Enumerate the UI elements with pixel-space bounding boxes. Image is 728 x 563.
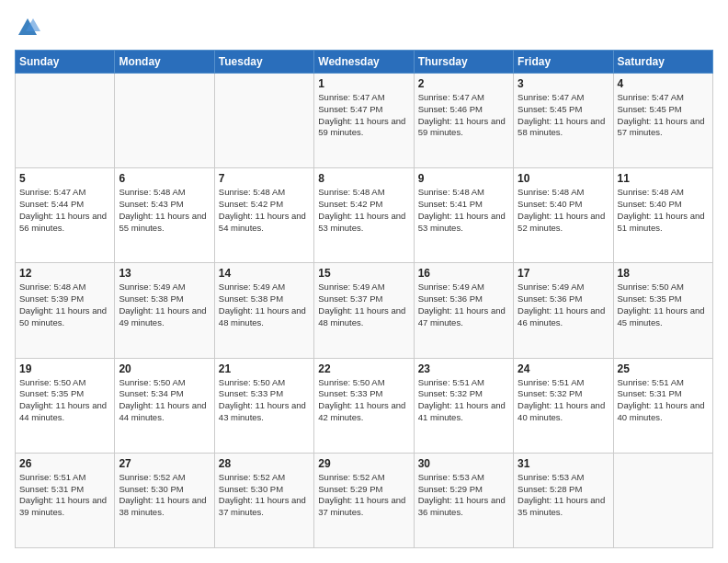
- calendar-header-sunday: Sunday: [16, 51, 115, 74]
- calendar-cell: 22Sunrise: 5:50 AM Sunset: 5:33 PM Dayli…: [314, 358, 414, 453]
- calendar-cell: 1Sunrise: 5:47 AM Sunset: 5:47 PM Daylig…: [314, 74, 414, 168]
- cell-info: Sunrise: 5:50 AM Sunset: 5:35 PM Dayligh…: [19, 377, 110, 424]
- calendar-cell: 4Sunrise: 5:47 AM Sunset: 5:45 PM Daylig…: [613, 74, 712, 168]
- calendar-header-saturday: Saturday: [613, 51, 712, 74]
- day-number: 2: [418, 77, 509, 90]
- cell-info: Sunrise: 5:48 AM Sunset: 5:41 PM Dayligh…: [418, 187, 509, 234]
- logo: [15, 15, 44, 40]
- calendar-cell: 30Sunrise: 5:53 AM Sunset: 5:29 PM Dayli…: [414, 453, 513, 547]
- header: [15, 15, 713, 40]
- day-number: 29: [318, 457, 409, 470]
- cell-info: Sunrise: 5:48 AM Sunset: 5:42 PM Dayligh…: [318, 187, 409, 234]
- day-number: 3: [518, 77, 609, 90]
- cell-info: Sunrise: 5:47 AM Sunset: 5:47 PM Dayligh…: [318, 92, 409, 139]
- calendar-cell: 12Sunrise: 5:48 AM Sunset: 5:39 PM Dayli…: [16, 263, 115, 358]
- day-number: 10: [518, 172, 609, 185]
- calendar-header-friday: Friday: [514, 51, 613, 74]
- cell-info: Sunrise: 5:49 AM Sunset: 5:37 PM Dayligh…: [318, 282, 409, 328]
- day-number: 4: [618, 77, 709, 90]
- day-number: 23: [418, 362, 509, 375]
- cell-info: Sunrise: 5:50 AM Sunset: 5:35 PM Dayligh…: [618, 282, 709, 328]
- calendar-cell: 23Sunrise: 5:51 AM Sunset: 5:32 PM Dayli…: [414, 358, 513, 453]
- cell-info: Sunrise: 5:52 AM Sunset: 5:30 PM Dayligh…: [119, 472, 210, 519]
- day-number: 6: [119, 172, 210, 185]
- calendar-cell: 28Sunrise: 5:52 AM Sunset: 5:30 PM Dayli…: [214, 453, 313, 547]
- day-number: 13: [119, 267, 210, 280]
- calendar-cell: [613, 453, 712, 547]
- cell-info: Sunrise: 5:49 AM Sunset: 5:36 PM Dayligh…: [518, 282, 609, 328]
- calendar-header-monday: Monday: [115, 51, 214, 74]
- cell-info: Sunrise: 5:50 AM Sunset: 5:33 PM Dayligh…: [318, 377, 409, 424]
- week-row-4: 19Sunrise: 5:50 AM Sunset: 5:35 PM Dayli…: [16, 358, 713, 453]
- day-number: 11: [618, 172, 709, 185]
- calendar-cell: 24Sunrise: 5:51 AM Sunset: 5:32 PM Dayli…: [514, 358, 613, 453]
- day-number: 25: [618, 362, 709, 375]
- day-number: 8: [318, 172, 409, 185]
- cell-info: Sunrise: 5:49 AM Sunset: 5:38 PM Dayligh…: [119, 282, 210, 328]
- cell-info: Sunrise: 5:49 AM Sunset: 5:38 PM Dayligh…: [219, 282, 310, 328]
- calendar-cell: 19Sunrise: 5:50 AM Sunset: 5:35 PM Dayli…: [16, 358, 115, 453]
- cell-info: Sunrise: 5:49 AM Sunset: 5:36 PM Dayligh…: [418, 282, 509, 328]
- cell-info: Sunrise: 5:48 AM Sunset: 5:40 PM Dayligh…: [518, 187, 609, 234]
- day-number: 12: [19, 267, 110, 280]
- calendar-table: SundayMondayTuesdayWednesdayThursdayFrid…: [15, 50, 713, 548]
- calendar-cell: 14Sunrise: 5:49 AM Sunset: 5:38 PM Dayli…: [214, 263, 313, 358]
- day-number: 17: [518, 267, 609, 280]
- cell-info: Sunrise: 5:53 AM Sunset: 5:28 PM Dayligh…: [518, 472, 609, 519]
- day-number: 1: [318, 77, 409, 90]
- day-number: 27: [119, 457, 210, 470]
- day-number: 15: [318, 267, 409, 280]
- calendar-header-wednesday: Wednesday: [314, 51, 414, 74]
- cell-info: Sunrise: 5:50 AM Sunset: 5:34 PM Dayligh…: [119, 377, 210, 424]
- cell-info: Sunrise: 5:52 AM Sunset: 5:29 PM Dayligh…: [318, 472, 409, 519]
- day-number: 30: [418, 457, 509, 470]
- day-number: 16: [418, 267, 509, 280]
- day-number: 26: [19, 457, 110, 470]
- cell-info: Sunrise: 5:47 AM Sunset: 5:46 PM Dayligh…: [418, 92, 509, 139]
- calendar-cell: 29Sunrise: 5:52 AM Sunset: 5:29 PM Dayli…: [314, 453, 414, 547]
- day-number: 18: [618, 267, 709, 280]
- calendar-header-tuesday: Tuesday: [214, 51, 313, 74]
- calendar-cell: 26Sunrise: 5:51 AM Sunset: 5:31 PM Dayli…: [16, 453, 115, 547]
- day-number: 28: [219, 457, 310, 470]
- calendar-cell: 21Sunrise: 5:50 AM Sunset: 5:33 PM Dayli…: [214, 358, 313, 453]
- calendar-cell: 17Sunrise: 5:49 AM Sunset: 5:36 PM Dayli…: [514, 263, 613, 358]
- calendar-header-row: SundayMondayTuesdayWednesdayThursdayFrid…: [16, 51, 713, 74]
- cell-info: Sunrise: 5:48 AM Sunset: 5:43 PM Dayligh…: [119, 187, 210, 234]
- cell-info: Sunrise: 5:51 AM Sunset: 5:32 PM Dayligh…: [518, 377, 609, 424]
- calendar-header-thursday: Thursday: [414, 51, 513, 74]
- day-number: 9: [418, 172, 509, 185]
- day-number: 21: [219, 362, 310, 375]
- week-row-3: 12Sunrise: 5:48 AM Sunset: 5:39 PM Dayli…: [16, 263, 713, 358]
- day-number: 24: [518, 362, 609, 375]
- calendar-cell: 11Sunrise: 5:48 AM Sunset: 5:40 PM Dayli…: [613, 168, 712, 263]
- calendar-cell: 2Sunrise: 5:47 AM Sunset: 5:46 PM Daylig…: [414, 74, 513, 168]
- cell-info: Sunrise: 5:47 AM Sunset: 5:45 PM Dayligh…: [518, 92, 609, 139]
- calendar-cell: 31Sunrise: 5:53 AM Sunset: 5:28 PM Dayli…: [514, 453, 613, 547]
- calendar-cell: 10Sunrise: 5:48 AM Sunset: 5:40 PM Dayli…: [514, 168, 613, 263]
- page: SundayMondayTuesdayWednesdayThursdayFrid…: [0, 0, 728, 563]
- cell-info: Sunrise: 5:53 AM Sunset: 5:29 PM Dayligh…: [418, 472, 509, 519]
- calendar-cell: 6Sunrise: 5:48 AM Sunset: 5:43 PM Daylig…: [115, 168, 214, 263]
- day-number: 31: [518, 457, 609, 470]
- calendar-cell: 13Sunrise: 5:49 AM Sunset: 5:38 PM Dayli…: [115, 263, 214, 358]
- day-number: 22: [318, 362, 409, 375]
- calendar-cell: 3Sunrise: 5:47 AM Sunset: 5:45 PM Daylig…: [514, 74, 613, 168]
- week-row-1: 1Sunrise: 5:47 AM Sunset: 5:47 PM Daylig…: [16, 74, 713, 168]
- day-number: 5: [19, 172, 110, 185]
- calendar-cell: 7Sunrise: 5:48 AM Sunset: 5:42 PM Daylig…: [214, 168, 313, 263]
- calendar-cell: 9Sunrise: 5:48 AM Sunset: 5:41 PM Daylig…: [414, 168, 513, 263]
- cell-info: Sunrise: 5:51 AM Sunset: 5:31 PM Dayligh…: [19, 472, 110, 519]
- calendar-cell: 5Sunrise: 5:47 AM Sunset: 5:44 PM Daylig…: [16, 168, 115, 263]
- calendar-cell: [214, 74, 313, 168]
- calendar-cell: 20Sunrise: 5:50 AM Sunset: 5:34 PM Dayli…: [115, 358, 214, 453]
- day-number: 20: [119, 362, 210, 375]
- cell-info: Sunrise: 5:52 AM Sunset: 5:30 PM Dayligh…: [219, 472, 310, 519]
- cell-info: Sunrise: 5:50 AM Sunset: 5:33 PM Dayligh…: [219, 377, 310, 424]
- calendar-cell: [16, 74, 115, 168]
- cell-info: Sunrise: 5:47 AM Sunset: 5:44 PM Dayligh…: [19, 187, 110, 234]
- calendar-cell: [115, 74, 214, 168]
- cell-info: Sunrise: 5:48 AM Sunset: 5:39 PM Dayligh…: [19, 282, 110, 328]
- calendar-cell: 15Sunrise: 5:49 AM Sunset: 5:37 PM Dayli…: [314, 263, 414, 358]
- cell-info: Sunrise: 5:47 AM Sunset: 5:45 PM Dayligh…: [618, 92, 709, 139]
